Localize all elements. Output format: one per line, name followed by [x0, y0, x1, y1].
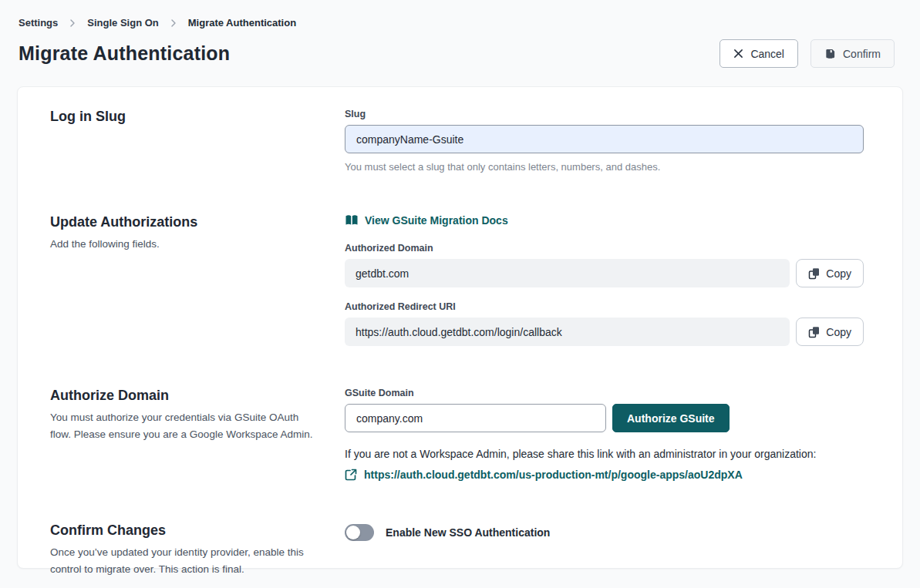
breadcrumb-single-sign-on[interactable]: Single Sign On	[87, 17, 158, 29]
section-authorize-domain: Authorize Domain You must authorize your…	[50, 388, 864, 481]
section-heading-update-authorizations: Update Authorizations	[50, 214, 345, 230]
page-title: Migrate Authentication	[19, 42, 230, 65]
page-header: Migrate Authentication Cancel Confirm	[0, 29, 920, 86]
breadcrumb: Settings Single Sign On Migrate Authenti…	[0, 0, 920, 29]
external-link-icon	[345, 469, 357, 481]
authorized-domain-value: getdbt.com	[345, 259, 790, 287]
copy-button-label: Copy	[826, 326, 851, 338]
authorized-domain-label: Authorized Domain	[345, 243, 864, 254]
copy-redirect-uri-button[interactable]: Copy	[796, 318, 864, 346]
copy-icon	[808, 326, 820, 338]
chevron-right-icon	[169, 18, 178, 28]
section-login-slug: Log in Slug Slug You must select a slug …	[50, 109, 864, 173]
breadcrumb-migrate-authentication: Migrate Authentication	[188, 17, 296, 29]
docs-link-label: View GSuite Migration Docs	[365, 214, 508, 227]
gsuite-migration-docs-link[interactable]: View GSuite Migration Docs	[345, 214, 508, 227]
chevron-right-icon	[68, 18, 77, 28]
section-update-authorizations: Update Authorizations Add the following …	[50, 214, 864, 346]
section-description: Once you’ve updated your identity provid…	[50, 544, 322, 577]
cancel-button-label: Cancel	[750, 48, 784, 60]
x-icon	[733, 49, 743, 59]
slug-input[interactable]	[345, 125, 864, 153]
admin-share-link[interactable]: https://auth.cloud.getdbt.com/us-product…	[364, 469, 743, 481]
section-heading-login-slug: Log in Slug	[50, 109, 345, 125]
gsuite-domain-input[interactable]	[345, 404, 606, 432]
breadcrumb-settings[interactable]: Settings	[19, 17, 58, 29]
slug-label: Slug	[345, 109, 864, 119]
section-heading-confirm-changes: Confirm Changes	[50, 522, 345, 539]
section-heading-authorize-domain: Authorize Domain	[50, 388, 345, 404]
book-icon	[345, 214, 359, 227]
authorized-redirect-uri-value: https://auth.cloud.getdbt.com/login/call…	[345, 318, 790, 346]
header-actions: Cancel Confirm	[719, 39, 895, 68]
share-link-instructions: If you are not a Workspace Admin, please…	[345, 446, 864, 462]
save-icon	[824, 48, 836, 59]
section-description: You must authorize your credentials via …	[50, 409, 322, 442]
toggle-knob	[346, 526, 360, 539]
section-confirm-changes: Confirm Changes Once you’ve updated your…	[50, 522, 864, 577]
copy-authorized-domain-button[interactable]: Copy	[796, 259, 864, 287]
cancel-button[interactable]: Cancel	[719, 39, 798, 68]
confirm-button[interactable]: Confirm	[810, 39, 895, 68]
authorize-gsuite-button[interactable]: Authorize GSuite	[612, 404, 730, 432]
copy-icon	[808, 267, 820, 280]
section-description: Add the following fields.	[50, 236, 322, 253]
confirm-button-label: Confirm	[843, 48, 881, 60]
enable-sso-toggle[interactable]	[345, 524, 374, 541]
authorized-redirect-uri-label: Authorized Redirect URI	[345, 301, 864, 312]
gsuite-domain-label: GSuite Domain	[345, 388, 864, 398]
slug-help-text: You must select a slug that only contain…	[345, 161, 864, 173]
enable-sso-toggle-label: Enable New SSO Authentication	[386, 526, 550, 539]
copy-button-label: Copy	[826, 267, 851, 280]
settings-card: Log in Slug Slug You must select a slug …	[17, 86, 903, 569]
